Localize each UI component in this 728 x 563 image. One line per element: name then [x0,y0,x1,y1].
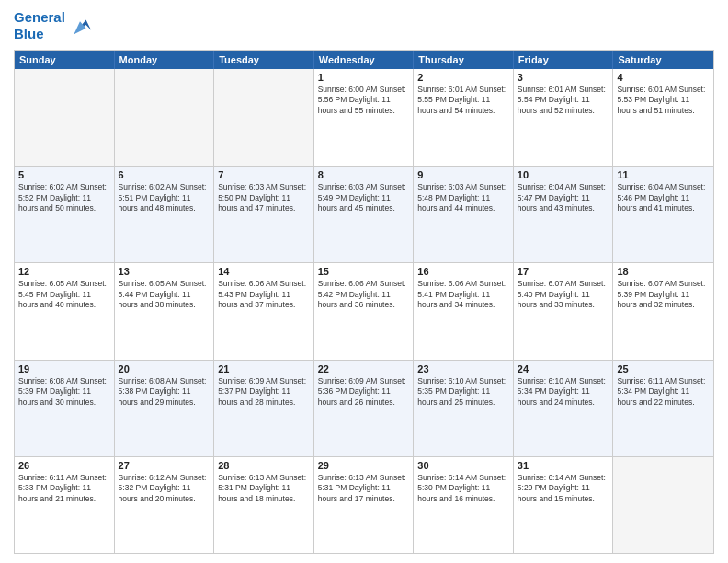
table-row: 17Sunrise: 6:07 AM Sunset: 5:40 PM Dayli… [514,263,614,359]
header-sunday: Sunday [15,51,115,69]
table-row: 5Sunrise: 6:02 AM Sunset: 5:52 PM Daylig… [15,167,115,262]
day-info: Sunrise: 6:10 AM Sunset: 5:34 PM Dayligh… [518,376,609,408]
header-thursday: Thursday [414,51,514,69]
table-row: 12Sunrise: 6:05 AM Sunset: 5:45 PM Dayli… [15,263,115,359]
day-info: Sunrise: 6:08 AM Sunset: 5:38 PM Dayligh… [119,376,210,408]
day-number: 5 [18,169,110,180]
day-info: Sunrise: 6:05 AM Sunset: 5:44 PM Dayligh… [119,279,210,310]
day-number: 18 [617,266,710,277]
day-number: 14 [218,266,310,277]
day-info: Sunrise: 6:10 AM Sunset: 5:35 PM Dayligh… [417,376,509,408]
calendar-week-1: 1Sunrise: 6:00 AM Sunset: 5:56 PM Daylig… [15,69,713,166]
day-info: Sunrise: 6:09 AM Sunset: 5:37 PM Dayligh… [218,376,310,408]
day-number: 26 [18,460,110,471]
day-info: Sunrise: 6:07 AM Sunset: 5:40 PM Dayligh… [518,279,609,310]
day-info: Sunrise: 6:11 AM Sunset: 5:33 PM Dayligh… [18,473,110,504]
header-saturday: Saturday [613,51,713,69]
day-number: 25 [617,363,710,374]
calendar-week-5: 26Sunrise: 6:11 AM Sunset: 5:33 PM Dayli… [15,456,713,553]
table-row: 14Sunrise: 6:06 AM Sunset: 5:43 PM Dayli… [214,263,314,359]
day-info: Sunrise: 6:09 AM Sunset: 5:36 PM Dayligh… [318,376,410,408]
day-info: Sunrise: 6:04 AM Sunset: 5:47 PM Dayligh… [518,182,609,213]
day-number: 10 [518,169,609,180]
table-row: 9Sunrise: 6:03 AM Sunset: 5:48 PM Daylig… [414,167,514,262]
day-number: 4 [617,72,710,83]
table-row: 3Sunrise: 6:01 AM Sunset: 5:54 PM Daylig… [514,69,614,166]
day-info: Sunrise: 6:02 AM Sunset: 5:51 PM Dayligh… [119,182,210,213]
calendar-week-3: 12Sunrise: 6:05 AM Sunset: 5:45 PM Dayli… [15,262,713,359]
logo: General Blue [14,9,93,42]
table-row: 23Sunrise: 6:10 AM Sunset: 5:35 PM Dayli… [414,361,514,456]
table-row: 13Sunrise: 6:05 AM Sunset: 5:44 PM Dayli… [115,263,215,359]
table-row: 11Sunrise: 6:04 AM Sunset: 5:46 PM Dayli… [613,167,713,262]
day-info: Sunrise: 6:06 AM Sunset: 5:42 PM Dayligh… [318,279,410,310]
day-number: 19 [18,363,110,374]
header-tuesday: Tuesday [214,51,314,69]
table-row: 8Sunrise: 6:03 AM Sunset: 5:49 PM Daylig… [314,167,415,262]
day-info: Sunrise: 6:06 AM Sunset: 5:43 PM Dayligh… [218,279,310,310]
day-number: 30 [417,460,509,471]
table-row: 15Sunrise: 6:06 AM Sunset: 5:42 PM Dayli… [314,263,415,359]
day-info: Sunrise: 6:04 AM Sunset: 5:46 PM Dayligh… [617,182,710,213]
day-number: 17 [518,266,609,277]
day-info: Sunrise: 6:14 AM Sunset: 5:29 PM Dayligh… [518,473,609,504]
table-row: 26Sunrise: 6:11 AM Sunset: 5:33 PM Dayli… [15,457,115,553]
table-row: 16Sunrise: 6:06 AM Sunset: 5:41 PM Dayli… [414,263,514,359]
day-info: Sunrise: 6:02 AM Sunset: 5:52 PM Dayligh… [18,182,110,213]
day-number: 12 [18,266,110,277]
header-friday: Friday [514,51,614,69]
day-number: 15 [318,266,410,277]
table-row: 31Sunrise: 6:14 AM Sunset: 5:29 PM Dayli… [514,457,614,553]
table-row: 1Sunrise: 6:00 AM Sunset: 5:56 PM Daylig… [314,69,415,166]
table-row: 20Sunrise: 6:08 AM Sunset: 5:38 PM Dayli… [115,361,215,456]
table-row: 22Sunrise: 6:09 AM Sunset: 5:36 PM Dayli… [314,361,415,456]
table-row: 4Sunrise: 6:01 AM Sunset: 5:53 PM Daylig… [613,69,713,166]
day-info: Sunrise: 6:14 AM Sunset: 5:30 PM Dayligh… [417,473,509,504]
day-info: Sunrise: 6:00 AM Sunset: 5:56 PM Dayligh… [318,85,410,116]
day-info: Sunrise: 6:12 AM Sunset: 5:32 PM Dayligh… [119,473,210,504]
day-number: 13 [119,266,210,277]
table-row [214,69,314,166]
day-info: Sunrise: 6:07 AM Sunset: 5:39 PM Dayligh… [617,279,710,310]
table-row: 24Sunrise: 6:10 AM Sunset: 5:34 PM Dayli… [514,361,614,456]
table-row: 6Sunrise: 6:02 AM Sunset: 5:51 PM Daylig… [115,167,215,262]
table-row: 29Sunrise: 6:13 AM Sunset: 5:31 PM Dayli… [314,457,415,553]
calendar-week-4: 19Sunrise: 6:08 AM Sunset: 5:39 PM Dayli… [15,360,713,456]
logo-icon [67,13,93,39]
table-row: 21Sunrise: 6:09 AM Sunset: 5:37 PM Dayli… [214,361,314,456]
day-number: 24 [518,363,609,374]
day-info: Sunrise: 6:13 AM Sunset: 5:31 PM Dayligh… [218,473,310,504]
table-row [115,69,215,166]
day-info: Sunrise: 6:03 AM Sunset: 5:50 PM Dayligh… [218,182,310,213]
calendar: Sunday Monday Tuesday Wednesday Thursday… [14,50,714,554]
day-number: 11 [617,169,710,180]
table-row: 2Sunrise: 6:01 AM Sunset: 5:55 PM Daylig… [414,69,514,166]
day-info: Sunrise: 6:03 AM Sunset: 5:48 PM Dayligh… [417,182,509,213]
calendar-body: 1Sunrise: 6:00 AM Sunset: 5:56 PM Daylig… [15,69,713,553]
header-monday: Monday [115,51,215,69]
table-row: 27Sunrise: 6:12 AM Sunset: 5:32 PM Dayli… [115,457,215,553]
logo-text2: Blue [14,26,65,42]
table-row: 10Sunrise: 6:04 AM Sunset: 5:47 PM Dayli… [514,167,614,262]
calendar-header: Sunday Monday Tuesday Wednesday Thursday… [15,51,713,69]
calendar-week-2: 5Sunrise: 6:02 AM Sunset: 5:52 PM Daylig… [15,166,713,262]
day-number: 21 [218,363,310,374]
header: General Blue [14,9,714,42]
logo-text: General [14,9,65,26]
day-info: Sunrise: 6:08 AM Sunset: 5:39 PM Dayligh… [18,376,110,408]
day-number: 9 [417,169,509,180]
day-info: Sunrise: 6:01 AM Sunset: 5:55 PM Dayligh… [417,85,509,116]
day-number: 22 [318,363,410,374]
day-info: Sunrise: 6:01 AM Sunset: 5:54 PM Dayligh… [518,85,609,116]
table-row [15,69,115,166]
day-number: 7 [218,169,310,180]
day-number: 20 [119,363,210,374]
header-wednesday: Wednesday [314,51,415,69]
day-info: Sunrise: 6:06 AM Sunset: 5:41 PM Dayligh… [417,279,509,310]
day-number: 31 [518,460,609,471]
day-info: Sunrise: 6:01 AM Sunset: 5:53 PM Dayligh… [617,85,710,116]
table-row: 28Sunrise: 6:13 AM Sunset: 5:31 PM Dayli… [214,457,314,553]
table-row: 25Sunrise: 6:11 AM Sunset: 5:34 PM Dayli… [613,361,713,456]
day-number: 6 [119,169,210,180]
day-info: Sunrise: 6:05 AM Sunset: 5:45 PM Dayligh… [18,279,110,310]
